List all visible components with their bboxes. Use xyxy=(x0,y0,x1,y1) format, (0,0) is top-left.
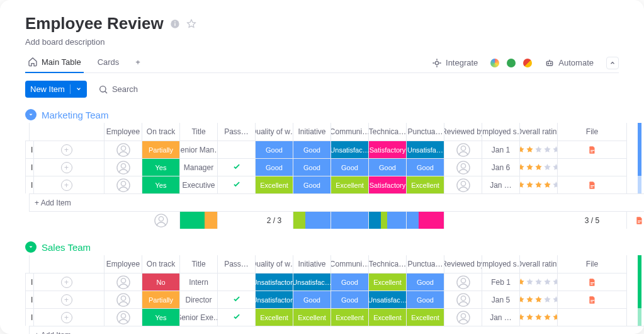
add-tab-button[interactable]: + xyxy=(133,54,143,72)
column-header[interactable]: Employee xyxy=(105,123,142,141)
rating-cell[interactable]: Excellent xyxy=(256,308,293,326)
search-button[interactable]: Search xyxy=(98,84,138,95)
pass-cell[interactable] xyxy=(218,273,256,291)
add-update-button[interactable]: + xyxy=(29,308,105,326)
column-header[interactable]: Pass… xyxy=(218,123,256,141)
integration-icon-1[interactable] xyxy=(490,59,499,67)
reviewed-by-cell[interactable] xyxy=(444,308,482,326)
integration-icon-gmail[interactable] xyxy=(523,59,532,67)
column-header[interactable]: Communi… xyxy=(331,255,369,273)
rating-cell[interactable]: Excellent xyxy=(293,308,331,326)
column-header[interactable]: Quality of w… xyxy=(256,123,293,141)
add-item-button[interactable]: + Add Item xyxy=(29,193,644,211)
pass-cell[interactable] xyxy=(218,141,256,158)
on-track-cell[interactable]: Yes xyxy=(142,308,180,326)
column-header[interactable]: Initiative xyxy=(293,255,331,273)
employee-cell[interactable] xyxy=(105,308,142,326)
reviewed-by-cell[interactable] xyxy=(444,158,482,176)
group-toggle-icon[interactable] xyxy=(25,241,37,253)
reviewed-by-cell[interactable] xyxy=(444,273,482,291)
rating-cell[interactable]: Good xyxy=(407,291,444,308)
rating-cell[interactable]: Good xyxy=(256,141,293,158)
pass-cell[interactable] xyxy=(218,291,256,308)
rating-cell[interactable]: Good xyxy=(293,291,331,308)
tab-cards[interactable]: Cards xyxy=(95,54,122,72)
title-cell[interactable]: Senior Man… xyxy=(180,141,218,158)
overall-rating-cell[interactable] xyxy=(520,273,558,291)
rating-cell[interactable]: Good xyxy=(293,141,331,158)
rating-cell[interactable]: Unsatisfactory xyxy=(256,291,293,308)
new-item-button[interactable]: New Item xyxy=(25,81,87,98)
overall-rating-cell[interactable] xyxy=(520,308,558,326)
rating-cell[interactable]: Satisfactory xyxy=(369,176,407,193)
rating-cell[interactable]: Excellent xyxy=(331,176,369,193)
integration-icon-2[interactable] xyxy=(507,59,516,67)
on-track-cell[interactable]: No xyxy=(142,273,180,291)
rating-cell[interactable]: Excellent xyxy=(407,176,444,193)
rating-cell[interactable]: Good xyxy=(293,176,331,193)
title-cell[interactable]: Intern xyxy=(180,273,218,291)
column-header[interactable]: Punctua… xyxy=(407,255,444,273)
date-cell[interactable]: Feb 1 xyxy=(482,273,520,291)
employee-cell[interactable] xyxy=(105,176,142,193)
employee-cell[interactable] xyxy=(105,158,142,176)
rating-cell[interactable]: Good xyxy=(331,273,369,291)
column-header[interactable]: Initiative xyxy=(293,123,331,141)
reviewed-by-cell[interactable] xyxy=(444,176,482,193)
collapse-button[interactable] xyxy=(606,57,619,69)
column-header[interactable]: Reviewed by xyxy=(444,123,482,141)
rating-cell[interactable]: Good xyxy=(407,158,444,176)
file-cell[interactable] xyxy=(558,141,627,158)
column-header[interactable]: Pass… xyxy=(218,255,256,273)
overall-rating-cell[interactable] xyxy=(520,291,558,308)
rating-cell[interactable]: Excellent xyxy=(369,273,407,291)
pass-cell[interactable] xyxy=(218,308,256,326)
date-cell[interactable]: Jan … xyxy=(482,176,520,193)
column-header[interactable]: File xyxy=(558,255,627,273)
date-cell[interactable]: Jan 5 xyxy=(482,291,520,308)
title-cell[interactable]: Senior Exe… xyxy=(180,308,218,326)
rating-cell[interactable]: Excellent xyxy=(256,176,293,193)
on-track-cell[interactable]: Partially xyxy=(142,291,180,308)
pass-cell[interactable] xyxy=(218,176,256,193)
column-header[interactable]: Technica… xyxy=(369,123,407,141)
rating-cell[interactable]: Good xyxy=(256,158,293,176)
reviewed-by-cell[interactable] xyxy=(444,141,482,158)
on-track-cell[interactable]: Partially xyxy=(142,141,180,158)
group-toggle-icon[interactable] xyxy=(25,109,37,120)
file-cell[interactable] xyxy=(558,176,627,193)
date-cell[interactable]: Jan … xyxy=(482,308,520,326)
overall-rating-cell[interactable] xyxy=(520,141,558,158)
date-cell[interactable]: Jan 6 xyxy=(482,158,520,176)
rating-cell[interactable]: Unsatisfa… xyxy=(407,141,444,158)
automate-button[interactable]: Automate xyxy=(539,55,599,71)
file-cell[interactable] xyxy=(558,158,627,176)
column-header[interactable]: Title xyxy=(180,123,218,141)
star-icon[interactable] xyxy=(186,19,196,29)
column-header[interactable]: Employed s… xyxy=(482,255,520,273)
rating-cell[interactable]: Satisfactory xyxy=(369,141,407,158)
pass-cell[interactable] xyxy=(218,158,256,176)
on-track-cell[interactable]: Yes xyxy=(142,158,180,176)
title-cell[interactable]: Manager xyxy=(180,158,218,176)
rating-cell[interactable]: Unsatisfac… xyxy=(293,273,331,291)
column-header[interactable]: Employee xyxy=(105,255,142,273)
rating-cell[interactable]: Unsatisfac… xyxy=(369,291,407,308)
date-cell[interactable]: Jan 1 xyxy=(482,141,520,158)
overall-rating-cell[interactable] xyxy=(520,176,558,193)
file-cell[interactable] xyxy=(558,291,627,308)
file-cell[interactable] xyxy=(558,273,627,291)
board-description[interactable]: Add board description xyxy=(25,37,619,47)
column-header[interactable]: Title xyxy=(180,255,218,273)
title-cell[interactable]: Director xyxy=(180,291,218,308)
on-track-cell[interactable]: Yes xyxy=(142,176,180,193)
rating-cell[interactable]: Excellent xyxy=(407,308,444,326)
rating-cell[interactable]: Excellent xyxy=(331,308,369,326)
file-cell[interactable] xyxy=(558,308,627,326)
rating-cell[interactable]: Good xyxy=(407,273,444,291)
column-header[interactable]: Quality of w… xyxy=(256,255,293,273)
group-name[interactable]: Sales Team xyxy=(42,242,91,253)
column-header[interactable]: Communi… xyxy=(331,123,369,141)
column-header[interactable]: Overall rating xyxy=(520,255,558,273)
employee-cell[interactable] xyxy=(105,291,142,308)
